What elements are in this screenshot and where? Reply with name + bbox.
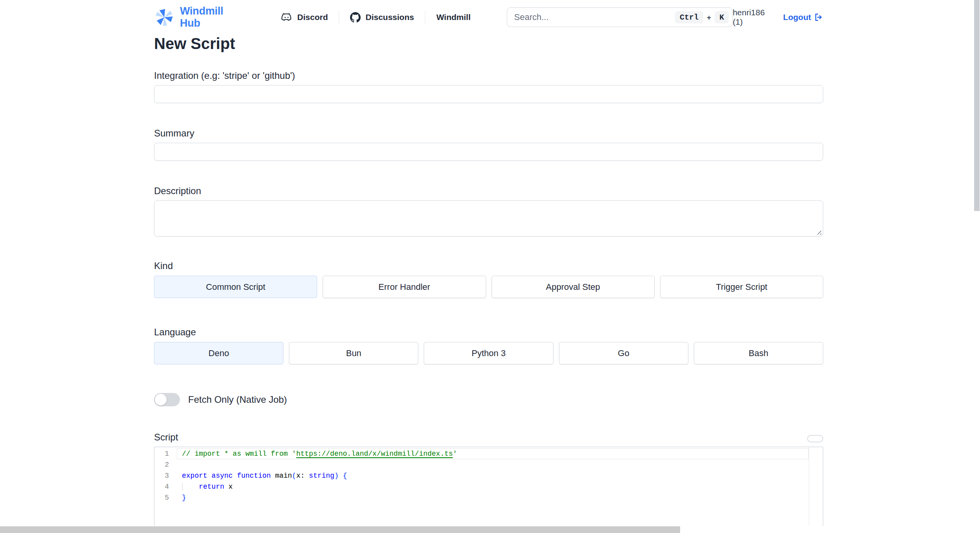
description-textarea[interactable] — [154, 200, 823, 236]
horizontal-scrollbar-thumb[interactable] — [0, 526, 680, 533]
windmill-logo-icon — [154, 7, 174, 27]
github-icon — [350, 12, 361, 23]
username: henri186 (1) — [733, 8, 777, 27]
nav-item-label: Discussions — [365, 13, 414, 22]
language-option-bash[interactable]: Bash — [694, 342, 823, 364]
page-title: New Script — [154, 35, 823, 53]
language-option-python-3[interactable]: Python 3 — [424, 342, 553, 364]
code-line[interactable]: 2 — [154, 459, 823, 470]
language-options: DenoBunPython 3GoBash — [154, 342, 823, 364]
code-text: export async function main(x: string) { — [182, 470, 823, 481]
brand-title: Windmill Hub — [180, 5, 246, 29]
logout-icon — [814, 13, 823, 22]
language-option-deno[interactable]: Deno — [154, 342, 283, 364]
fetch-only-row: Fetch Only (Native Job) — [154, 393, 823, 406]
description-label: Description — [154, 185, 823, 197]
page-vertical-scrollbar[interactable] — [974, 0, 980, 533]
brand[interactable]: Windmill Hub — [154, 5, 246, 29]
kind-option-trigger-script[interactable]: Trigger Script — [660, 276, 823, 298]
nav-divider — [425, 10, 425, 24]
integration-label: Integration (e.g: 'stripe' or 'github') — [154, 70, 823, 82]
main-nav: DiscordDiscussionsWindmill — [281, 10, 470, 24]
search-box: Ctrl + K — [507, 7, 733, 27]
user-area: henri186 (1) Logout — [733, 8, 823, 27]
summary-label: Summary — [154, 127, 823, 139]
code-line[interactable]: 4 return x — [154, 481, 823, 492]
kbd-k: K — [715, 11, 729, 24]
new-script-page: Windmill Hub DiscordDiscussionsWindmill … — [0, 0, 980, 533]
code-line[interactable]: 3export async function main(x: string) { — [154, 470, 823, 481]
language-label: Language — [154, 326, 823, 338]
kind-options: Common ScriptError HandlerApproval StepT… — [154, 276, 823, 298]
code-text — [182, 459, 823, 470]
kind-option-approval-step[interactable]: Approval Step — [492, 276, 655, 298]
toggle-knob-icon — [155, 394, 167, 406]
nav-item-windmill[interactable]: Windmill — [436, 13, 470, 22]
code-text: return x — [182, 481, 823, 492]
script-row: Script — [154, 431, 823, 443]
discord-icon — [281, 11, 292, 23]
line-number: 3 — [154, 470, 182, 481]
summary-input[interactable] — [154, 143, 823, 161]
code-editor[interactable]: 1// import * as wmill from 'https://deno… — [154, 447, 823, 533]
language-option-go[interactable]: Go — [559, 342, 688, 364]
language-option-bun[interactable]: Bun — [289, 342, 418, 364]
kind-option-common-script[interactable]: Common Script — [154, 276, 317, 298]
logout-label: Logout — [783, 13, 811, 22]
nav-item-discussions[interactable]: Discussions — [350, 12, 414, 23]
line-number: 5 — [154, 492, 182, 503]
logout-link[interactable]: Logout — [783, 13, 823, 22]
integration-input[interactable] — [154, 85, 823, 103]
nav-divider — [339, 10, 339, 24]
code-text: // import * as wmill from 'https://deno.… — [182, 448, 823, 459]
kind-option-error-handler[interactable]: Error Handler — [323, 276, 486, 298]
editor-scrollbar-gutter[interactable] — [809, 447, 823, 533]
nav-item-label: Discord — [297, 13, 328, 22]
kind-label: Kind — [154, 260, 823, 272]
code-line[interactable]: 1// import * as wmill from 'https://deno… — [154, 448, 823, 459]
script-label: Script — [154, 431, 178, 443]
kbd-plus: + — [707, 13, 711, 22]
line-number: 1 — [154, 448, 182, 459]
kbd-ctrl: Ctrl — [675, 11, 703, 24]
search-shortcut: Ctrl + K — [675, 11, 729, 24]
line-number: 2 — [154, 459, 182, 470]
nav-item-discord[interactable]: Discord — [281, 11, 328, 23]
nav-item-label: Windmill — [436, 13, 470, 22]
editor-options-pill[interactable] — [807, 435, 823, 442]
header: Windmill Hub DiscordDiscussionsWindmill … — [154, 0, 823, 35]
code-text: } — [182, 492, 823, 503]
code-line[interactable]: 5} — [154, 492, 823, 503]
vertical-scrollbar-thumb[interactable] — [974, 0, 980, 211]
page-horizontal-scrollbar[interactable] — [0, 526, 974, 533]
fetch-only-toggle[interactable] — [154, 393, 180, 406]
fetch-only-label: Fetch Only (Native Job) — [188, 394, 287, 406]
line-number: 4 — [154, 481, 182, 492]
